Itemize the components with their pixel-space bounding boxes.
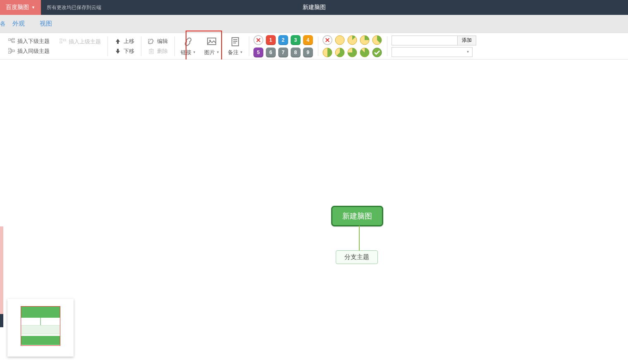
priority-4[interactable]: 4 (303, 35, 313, 45)
svg-rect-5 (12, 50, 14, 52)
tag-add-button[interactable]: 添加 (458, 36, 476, 45)
image-icon (206, 36, 217, 47)
top-bar: 百度脑图 ▼ 所有更改均已保存到云端 新建脑图 (0, 0, 628, 15)
toolbar-separator (387, 36, 387, 56)
image-button[interactable]: 图片▼ (200, 35, 224, 58)
left-edge-panel[interactable] (0, 226, 3, 326)
document-title[interactable]: 新建脑图 (303, 4, 326, 11)
link-icon (183, 36, 193, 47)
mindmap-child-node[interactable]: 分支主题 (336, 250, 378, 264)
svg-rect-4 (8, 52, 11, 53)
toolbar-group-edit: 编辑 删除 (143, 33, 173, 59)
toolbar: 插入下级主题 插入同级主题 插入上级主题 上移 (0, 33, 628, 59)
toolbar-separator (249, 36, 249, 56)
mindmap-connector (359, 226, 360, 250)
link-button[interactable]: 链接▼ (177, 35, 200, 58)
delete-button: 删除 (146, 46, 170, 56)
toolbar-separator (318, 36, 318, 56)
progress-clear[interactable] (322, 35, 332, 45)
note-label: 备注 (228, 49, 239, 56)
tag-input[interactable] (392, 36, 458, 45)
tab-appearance[interactable]: 外观 (5, 20, 32, 28)
tab-strip: 各 外观 视图 (0, 15, 628, 33)
svg-rect-3 (8, 48, 11, 50)
move-up-button[interactable]: 上移 (112, 36, 137, 46)
left-edge-panel-dark[interactable] (0, 314, 3, 327)
mindmap-root-node[interactable]: 新建脑图 (331, 206, 383, 226)
priority-clear[interactable] (253, 35, 263, 45)
progress-4[interactable] (322, 48, 332, 57)
insert-child-button[interactable]: 插入下级主题 (6, 36, 52, 46)
toolbar-separator (174, 36, 175, 56)
pencil-icon (148, 38, 155, 45)
caret-down-icon: ▼ (193, 50, 196, 54)
trash-icon (148, 48, 155, 55)
tag-dropdown[interactable]: ▼ (392, 47, 473, 57)
priority-grid: 1 2 3 4 5 6 7 8 9 (251, 35, 316, 58)
insert-child-label: 插入下级主题 (17, 38, 50, 45)
note-icon (230, 36, 241, 47)
progress-3[interactable] (372, 35, 382, 45)
caret-down-icon: ▼ (216, 50, 220, 54)
insert-sibling-icon (8, 48, 15, 55)
image-label: 图片 (204, 49, 215, 56)
move-down-label: 下移 (124, 48, 134, 55)
tab-view[interactable]: 视图 (32, 20, 60, 28)
svg-rect-0 (8, 39, 11, 40)
caret-down-icon: ▼ (240, 50, 243, 54)
progress-7[interactable] (360, 48, 370, 57)
progress-grid (320, 35, 385, 58)
edit-label: 编辑 (157, 38, 168, 45)
insert-sibling-label: 插入同级主题 (17, 48, 50, 55)
progress-2[interactable] (360, 35, 370, 45)
priority-1[interactable]: 1 (266, 35, 276, 45)
progress-done[interactable] (372, 48, 382, 57)
toolbar-separator (107, 36, 108, 56)
minimap-connector (40, 318, 41, 325)
priority-6[interactable]: 6 (266, 48, 276, 57)
insert-parent-label: 插入上级主题 (69, 38, 101, 45)
priority-2[interactable]: 2 (278, 35, 288, 45)
minimap-child (21, 325, 60, 334)
progress-1[interactable] (347, 35, 357, 45)
tag-group: 添加 ▼ (389, 36, 479, 57)
svg-point-14 (335, 36, 344, 45)
move-down-button[interactable]: 下移 (112, 46, 137, 56)
svg-rect-6 (63, 39, 66, 41)
minimap[interactable] (7, 299, 74, 357)
progress-5[interactable] (335, 48, 345, 57)
tab-cutoff[interactable]: 各 (0, 20, 5, 28)
mindmap-canvas[interactable]: 新建脑图 分支主题 (0, 59, 628, 364)
note-button[interactable]: 备注▼ (224, 35, 247, 58)
priority-8[interactable]: 8 (291, 48, 301, 57)
save-status: 所有更改均已保存到云端 (47, 4, 101, 11)
insert-child-icon (8, 38, 15, 45)
toolbar-group-move: 上移 下移 (110, 33, 139, 59)
priority-3[interactable]: 3 (291, 35, 301, 45)
svg-rect-2 (12, 41, 14, 43)
toolbar-separator (141, 36, 141, 56)
svg-rect-7 (60, 39, 62, 40)
toolbar-group-insert-parent: 插入上级主题 (55, 33, 106, 59)
link-label: 链接 (181, 49, 191, 56)
move-up-label: 上移 (124, 38, 134, 45)
insert-sibling-button[interactable]: 插入同级主题 (6, 46, 52, 56)
insert-parent-button: 插入上级主题 (57, 37, 103, 47)
caret-down-icon: ▼ (31, 5, 35, 10)
delete-label: 删除 (157, 48, 168, 55)
priority-5[interactable]: 5 (253, 48, 263, 57)
priority-7[interactable]: 7 (278, 48, 288, 57)
svg-rect-8 (60, 42, 62, 43)
arrow-up-icon (115, 38, 121, 45)
insert-parent-icon (60, 38, 66, 45)
arrow-down-icon (115, 48, 121, 55)
progress-0[interactable] (335, 35, 345, 45)
priority-9[interactable]: 9 (303, 48, 313, 57)
toolbar-group-insert: 插入下级主题 插入同级主题 (3, 33, 55, 59)
progress-6[interactable] (347, 48, 357, 57)
svg-rect-1 (12, 38, 14, 40)
brand-menu[interactable]: 百度脑图 ▼ (0, 0, 41, 15)
brand-label: 百度脑图 (6, 4, 29, 11)
edit-button[interactable]: 编辑 (146, 36, 170, 46)
caret-down-icon: ▼ (466, 50, 470, 54)
